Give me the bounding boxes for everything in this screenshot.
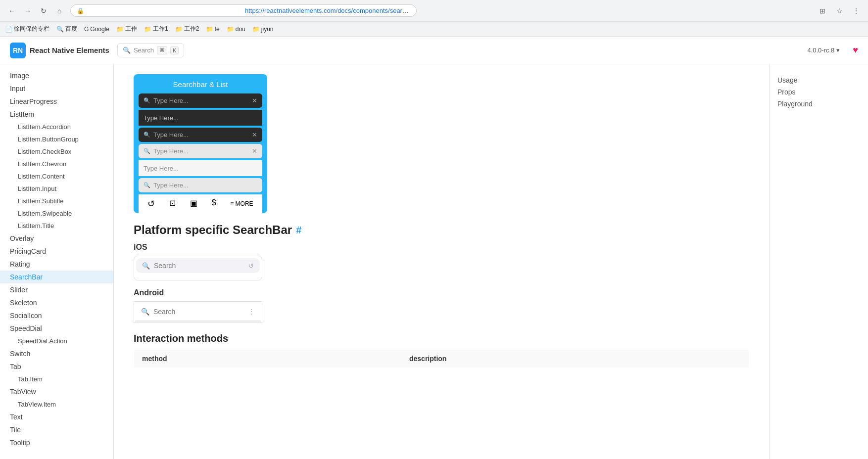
sidebar-item-image[interactable]: Image (0, 69, 113, 82)
version-text: 4.0.0-rc.8 (807, 46, 834, 54)
reload-button[interactable]: ↻ (37, 4, 50, 18)
android-search-icon: 🔍 (141, 308, 149, 316)
bookmark-baidu[interactable]: 🔍 百度 (56, 25, 77, 33)
page-container: Image Input LinearProgress ListItem List… (0, 64, 868, 459)
bookmark-jiyun[interactable]: 📁 jiyun (252, 26, 274, 33)
demo-list-item-2: Type Here... (139, 160, 262, 176)
section-title: Platform specific SearchBar (134, 223, 292, 237)
nav-buttons: ← → ↻ ⌂ (5, 4, 66, 18)
section-heading: Platform specific SearchBar # (134, 223, 749, 237)
sidebar-item-text[interactable]: Text (0, 411, 113, 423)
sidebar-item-pricingcard[interactable]: PricingCard (0, 245, 113, 258)
sidebar-item-overlay[interactable]: Overlay (0, 232, 113, 245)
demo-icon-refresh[interactable]: ↺ (147, 198, 155, 209)
sidebar-item-tooltip[interactable]: Tooltip (0, 436, 113, 449)
bookmarks-bar: 📄 徐同保的专栏 🔍 百度 G Google 📁 工作 📁 工作1 📁 工作2 … (0, 22, 868, 37)
sidebar-item-listitem-chevron[interactable]: ListItem.Chevron (0, 158, 113, 170)
demo-icon-dollar[interactable]: $ (212, 198, 216, 209)
bookmark-dou[interactable]: 📁 dou (227, 26, 245, 33)
sidebar-item-listitem-content[interactable]: ListItem.Content (0, 170, 113, 183)
extensions-icon[interactable]: ⊞ (816, 4, 829, 18)
close-icon-1: ✕ (252, 97, 257, 104)
sidebar-item-rating[interactable]: Rating (0, 258, 113, 271)
app-layout: RN React Native Elements 🔍 Search ⌘ K 4.… (0, 37, 868, 459)
sidebar-item-tile[interactable]: Tile (0, 423, 113, 436)
left-sidebar: Image Input LinearProgress ListItem List… (0, 64, 114, 459)
home-button[interactable]: ⌂ (52, 4, 66, 18)
sidebar-item-searchbar[interactable]: SearchBar (0, 271, 113, 283)
interaction-methods-heading: Interaction methods (134, 333, 749, 344)
sidebar-item-skeleton[interactable]: Skeleton (0, 296, 113, 309)
demo-icon-screen[interactable]: ⊡ (169, 198, 176, 209)
demo-list-item-1: Type Here... (139, 110, 262, 126)
close-icon-3: ✕ (252, 147, 257, 155)
back-button[interactable]: ← (5, 4, 19, 18)
sidebar-item-socialicon[interactable]: SocialIcon (0, 309, 113, 322)
search-icon-1: 🔍 (144, 97, 150, 104)
forward-button[interactable]: → (21, 4, 35, 18)
demo-searchbar-light-2: 🔍 Type Here... (139, 178, 262, 192)
sidebar-item-linearprogress[interactable]: LinearProgress (0, 95, 113, 108)
sidebar-item-tabview-item[interactable]: TabView.Item (0, 398, 113, 411)
sidebar-item-listitem-title[interactable]: ListItem.Title (0, 220, 113, 232)
sidebar-item-switch[interactable]: Switch (0, 347, 113, 360)
demo-searchbar-dark-2: 🔍 Type Here... ✕ (139, 128, 262, 142)
sidebar-item-listitem-checkbox[interactable]: ListItem.CheckBox (0, 145, 113, 158)
android-search-wrapper: 🔍 ⋮ (134, 301, 262, 323)
demo-icon-save[interactable]: ▣ (190, 198, 197, 209)
demo-phone: Searchbar & List 🔍 Type Here... ✕ Type H… (134, 74, 267, 213)
demo-placeholder-2: Type Here... (153, 131, 249, 138)
demo-icon-more[interactable]: ≡ MORE (230, 198, 253, 209)
table-header-method: method (134, 350, 401, 368)
sidebar-item-input[interactable]: Input (0, 82, 113, 95)
logo-icon: RN (10, 43, 26, 58)
bookmark-google[interactable]: G Google (84, 26, 109, 33)
demo-searchbar-dark-1: 🔍 Type Here... ✕ (139, 93, 262, 108)
header-search-box[interactable]: 🔍 Search ⌘ K (117, 43, 185, 57)
right-sidebar: Usage Props Playground (769, 64, 868, 459)
right-sidebar-usage[interactable]: Usage (777, 74, 860, 86)
sidebar-item-tab[interactable]: Tab (0, 360, 113, 373)
heart-icon[interactable]: ♥ (853, 45, 858, 55)
ios-search-icon: 🔍 (142, 262, 150, 270)
android-more-icon[interactable]: ⋮ (248, 308, 255, 316)
bookmark-work1[interactable]: 📁 工作 (116, 25, 137, 33)
menu-icon[interactable]: ⋮ (849, 4, 863, 18)
right-sidebar-props[interactable]: Props (777, 86, 860, 98)
bookmark-le[interactable]: 📁 le (206, 26, 219, 33)
ios-label: iOS (134, 243, 749, 252)
methods-table: method description (134, 349, 749, 368)
sidebar-item-listitem-subtitle[interactable]: ListItem.Subtitle (0, 195, 113, 207)
sidebar-item-speeddial-action[interactable]: SpeedDial.Action (0, 335, 113, 347)
bookmark-work2[interactable]: 📁 工作1 (144, 25, 168, 33)
sidebar-item-tab-item[interactable]: Tab.Item (0, 373, 113, 385)
bookmark-icon[interactable]: ☆ (832, 4, 846, 18)
sidebar-item-speeddial[interactable]: SpeedDial (0, 322, 113, 335)
sidebar-item-slider[interactable]: Slider (0, 283, 113, 296)
anchor-link[interactable]: # (296, 225, 301, 236)
bookmark-work3[interactable]: 📁 工作2 (175, 25, 199, 33)
demo-bottom-bar: ↺ ⊡ ▣ $ ≡ MORE (139, 194, 262, 213)
address-bar[interactable]: 🔒 https://reactnativeelements.com/docs/c… (70, 4, 417, 17)
ios-search-wrapper: 🔍 ↺ (134, 256, 262, 280)
bookmark-zutongbao[interactable]: 📄 徐同保的专栏 (5, 25, 49, 33)
logo-area: RN React Native Elements (10, 43, 109, 58)
android-search-input[interactable] (153, 308, 244, 316)
sidebar-item-tabview[interactable]: TabView (0, 385, 113, 398)
demo-container: Searchbar & List 🔍 Type Here... ✕ Type H… (134, 74, 749, 213)
sidebar-item-listitem[interactable]: ListItem (0, 108, 113, 121)
sidebar-item-listitem-buttongroup[interactable]: ListItem.ButtonGroup (0, 133, 113, 145)
ios-search-input[interactable] (154, 262, 244, 270)
site-title: React Native Elements (30, 46, 109, 54)
ios-searchbar: 🔍 ↺ (136, 258, 260, 273)
sidebar-item-listitem-swipeable[interactable]: ListItem.Swipeable (0, 207, 113, 220)
sidebar-item-listitem-accordion[interactable]: ListItem.Accordion (0, 121, 113, 133)
search-label: Search (134, 46, 154, 54)
search-icon-4: 🔍 (144, 182, 150, 188)
version-badge[interactable]: 4.0.0-rc.8 ▾ (807, 46, 840, 54)
search-icon: 🔍 (123, 46, 131, 54)
sidebar-item-listitem-input[interactable]: ListItem.Input (0, 183, 113, 195)
right-sidebar-playground[interactable]: Playground (777, 98, 860, 110)
demo-title: Searchbar & List (139, 80, 262, 89)
ios-clear-icon[interactable]: ↺ (248, 262, 254, 270)
